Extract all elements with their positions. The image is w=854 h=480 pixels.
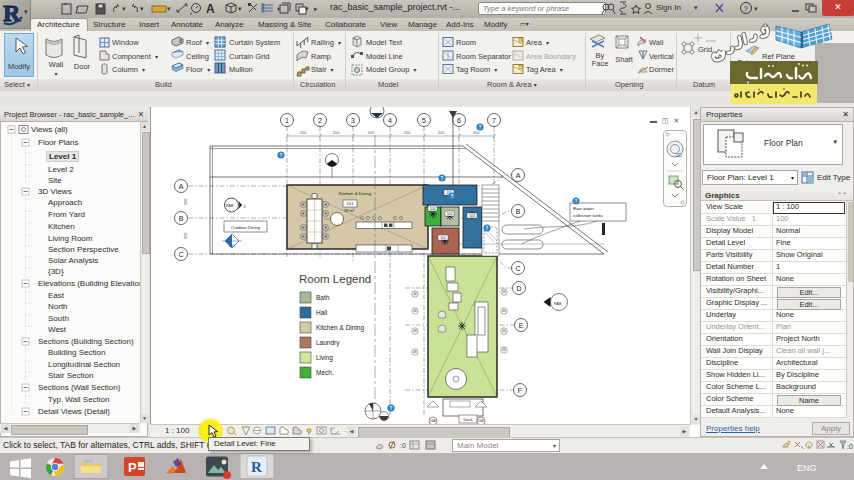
svg-text:▾: ▾ bbox=[238, 5, 242, 12]
svg-text::0: :0 bbox=[400, 442, 406, 449]
svg-text:2000: 2000 bbox=[300, 131, 307, 135]
svg-text:2: 2 bbox=[318, 117, 322, 124]
svg-text:102: 102 bbox=[440, 236, 446, 240]
svg-text:Kitchen & Dining: Kitchen & Dining bbox=[339, 191, 372, 196]
svg-text:?: ? bbox=[390, 406, 393, 411]
svg-text:3: 3 bbox=[351, 117, 355, 124]
svg-text:2000: 2000 bbox=[404, 131, 411, 135]
svg-text:2: 2 bbox=[244, 204, 247, 209]
svg-text:2000: 2000 bbox=[438, 131, 445, 135]
svg-text:Room Legend: Room Legend bbox=[299, 273, 371, 285]
svg-text:104: 104 bbox=[447, 212, 453, 216]
svg-text:46: 46 bbox=[502, 309, 506, 313]
svg-text:P: P bbox=[128, 460, 137, 475]
svg-text:D: D bbox=[516, 285, 521, 292]
svg-text:2D: 2D bbox=[676, 152, 683, 158]
svg-text:Kitchen & Dining: Kitchen & Dining bbox=[316, 324, 364, 332]
svg-text:RAB: RAB bbox=[226, 204, 234, 208]
svg-text:A: A bbox=[179, 183, 184, 190]
svg-text:Living: Living bbox=[316, 354, 333, 362]
svg-text:D6B: D6B bbox=[478, 419, 484, 423]
svg-text:B: B bbox=[179, 215, 184, 222]
svg-text:?: ? bbox=[479, 125, 482, 130]
svg-text:?: ? bbox=[451, 194, 454, 199]
svg-text:?: ? bbox=[575, 199, 578, 204]
svg-text:2000: 2000 bbox=[184, 198, 188, 205]
svg-text:6: 6 bbox=[457, 117, 461, 124]
svg-text:Bath: Bath bbox=[316, 294, 330, 301]
svg-text:?: ? bbox=[441, 176, 444, 181]
svg-text:R: R bbox=[3, 0, 21, 26]
svg-text:▾: ▾ bbox=[305, 5, 309, 12]
svg-text:1: 1 bbox=[285, 117, 289, 124]
svg-text:4: 4 bbox=[388, 117, 392, 124]
svg-text:46: 46 bbox=[413, 329, 417, 333]
svg-text:R: R bbox=[251, 459, 262, 475]
svg-text:?: ? bbox=[280, 153, 283, 158]
svg-text::0: :0 bbox=[847, 443, 853, 450]
svg-text:2000: 2000 bbox=[368, 131, 375, 135]
svg-text:2000: 2000 bbox=[184, 232, 188, 239]
svg-text:2000: 2000 bbox=[473, 131, 480, 135]
svg-text:B: B bbox=[516, 208, 521, 215]
svg-text:collection tanks: collection tanks bbox=[573, 213, 604, 218]
svg-text:46: 46 bbox=[502, 329, 506, 333]
svg-text:Laundry: Laundry bbox=[316, 339, 340, 347]
svg-text:D6A: D6A bbox=[430, 419, 436, 423]
svg-text:46: 46 bbox=[502, 290, 506, 294]
svg-text:46: 46 bbox=[413, 309, 417, 313]
svg-text:2000: 2000 bbox=[333, 131, 340, 135]
svg-text:103: 103 bbox=[469, 214, 475, 218]
svg-text:A: A bbox=[206, 2, 215, 16]
svg-text:ENG: ENG bbox=[797, 463, 817, 473]
svg-text:▾: ▾ bbox=[122, 5, 126, 12]
svg-text:▸: ▸ bbox=[314, 5, 318, 12]
svg-text:4-61: 4-61 bbox=[229, 244, 235, 248]
svg-text:A: A bbox=[516, 172, 521, 179]
svg-text:101: 101 bbox=[347, 201, 355, 206]
svg-text:▾: ▾ bbox=[167, 5, 171, 12]
svg-text:5: 5 bbox=[422, 117, 426, 124]
svg-text:C: C bbox=[515, 265, 520, 272]
svg-text:▾: ▾ bbox=[140, 5, 144, 12]
svg-text:RAB: RAB bbox=[554, 302, 562, 306]
svg-text:106: 106 bbox=[430, 207, 436, 211]
svg-text:Hall: Hall bbox=[316, 309, 328, 316]
svg-text:Deck: Deck bbox=[463, 417, 472, 422]
svg-text:F: F bbox=[518, 387, 522, 394]
svg-text:46: 46 bbox=[502, 348, 506, 352]
svg-text:33 m²: 33 m² bbox=[344, 208, 355, 213]
svg-text:Rain water: Rain water bbox=[573, 206, 595, 211]
svg-text:Mech.: Mech. bbox=[316, 369, 334, 376]
svg-text:46: 46 bbox=[413, 350, 417, 354]
svg-text:?: ? bbox=[486, 226, 489, 231]
svg-text:7: 7 bbox=[492, 117, 496, 124]
svg-text:Outdoor Dining: Outdoor Dining bbox=[231, 225, 261, 230]
svg-text:46: 46 bbox=[413, 292, 417, 296]
svg-text:E: E bbox=[519, 322, 524, 329]
svg-text:C: C bbox=[178, 251, 183, 258]
